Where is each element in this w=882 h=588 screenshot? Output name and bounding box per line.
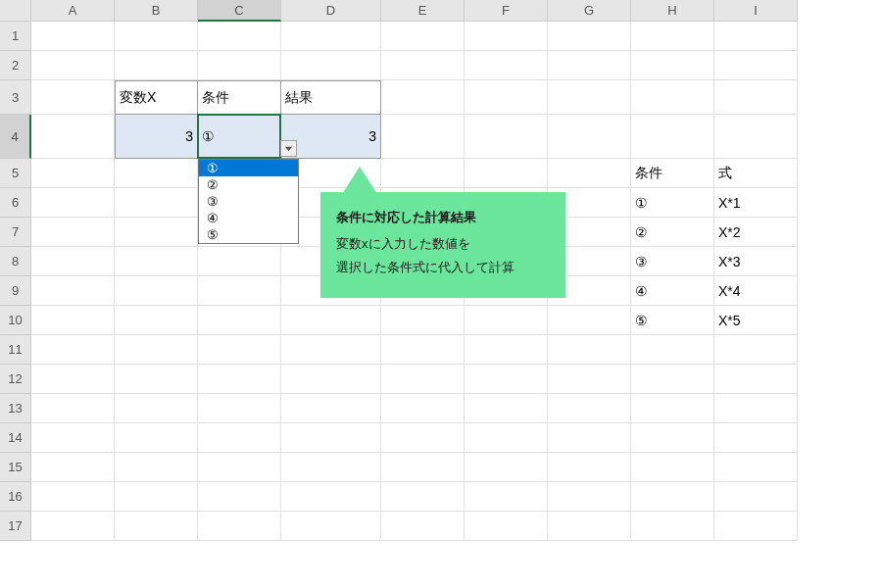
cell-G17[interactable] bbox=[548, 512, 631, 541]
cell-B13[interactable] bbox=[115, 394, 198, 423]
cell-C9[interactable] bbox=[198, 276, 281, 306]
cell-F3[interactable] bbox=[465, 80, 548, 115]
cell-D17[interactable] bbox=[281, 512, 381, 541]
cell-I7[interactable]: X*2 bbox=[714, 218, 798, 247]
cell-I4[interactable] bbox=[714, 115, 798, 159]
dropdown-option-4[interactable]: ④ bbox=[199, 210, 298, 226]
cell-C17[interactable] bbox=[198, 512, 281, 541]
cell-B10[interactable] bbox=[115, 306, 198, 335]
cell-I5[interactable]: 式 bbox=[714, 159, 798, 188]
cell-G15[interactable] bbox=[548, 453, 631, 482]
cell-C2[interactable] bbox=[198, 51, 281, 80]
cell-B16[interactable] bbox=[115, 482, 198, 512]
cell-H13[interactable] bbox=[631, 394, 714, 423]
cell-H12[interactable] bbox=[631, 365, 714, 394]
cell-C4[interactable]: ① bbox=[198, 115, 281, 159]
cell-B12[interactable] bbox=[115, 365, 198, 394]
cell-D10[interactable] bbox=[281, 306, 381, 335]
row-header-6[interactable]: 6 bbox=[0, 188, 31, 218]
dropdown-option-1[interactable]: ① bbox=[199, 160, 298, 176]
row-header-2[interactable]: 2 bbox=[0, 51, 31, 80]
row-header-17[interactable]: 17 bbox=[0, 512, 31, 541]
cell-A1[interactable] bbox=[31, 22, 115, 51]
cell-C15[interactable] bbox=[198, 453, 281, 482]
col-header-C[interactable]: C bbox=[198, 0, 281, 22]
cell-B15[interactable] bbox=[115, 453, 198, 482]
cell-I12[interactable] bbox=[714, 365, 798, 394]
cell-I11[interactable] bbox=[714, 335, 798, 365]
cell-B14[interactable] bbox=[115, 423, 198, 453]
select-all-corner[interactable] bbox=[0, 0, 31, 22]
cell-A8[interactable] bbox=[31, 247, 115, 276]
cell-A4[interactable] bbox=[31, 115, 115, 159]
cell-C12[interactable] bbox=[198, 365, 281, 394]
cell-H14[interactable] bbox=[631, 423, 714, 453]
cell-A2[interactable] bbox=[31, 51, 115, 80]
col-header-G[interactable]: G bbox=[548, 0, 631, 22]
row-header-16[interactable]: 16 bbox=[0, 482, 31, 512]
cell-C11[interactable] bbox=[198, 335, 281, 365]
cell-I6[interactable]: X*1 bbox=[714, 188, 798, 218]
cell-F4[interactable] bbox=[465, 115, 548, 159]
col-header-D[interactable]: D bbox=[281, 0, 381, 22]
cell-A11[interactable] bbox=[31, 335, 115, 365]
cell-B6[interactable] bbox=[115, 188, 198, 218]
cell-A15[interactable] bbox=[31, 453, 115, 482]
col-header-E[interactable]: E bbox=[381, 0, 465, 22]
col-header-I[interactable]: I bbox=[714, 0, 798, 22]
cell-D14[interactable] bbox=[281, 423, 381, 453]
cell-F11[interactable] bbox=[465, 335, 548, 365]
cell-G2[interactable] bbox=[548, 51, 631, 80]
cell-B1[interactable] bbox=[115, 22, 198, 51]
cell-D13[interactable] bbox=[281, 394, 381, 423]
cell-C8[interactable] bbox=[198, 247, 281, 276]
row-header-12[interactable]: 12 bbox=[0, 365, 31, 394]
row-header-11[interactable]: 11 bbox=[0, 335, 31, 365]
cell-A3[interactable] bbox=[31, 80, 115, 115]
row-header-10[interactable]: 10 bbox=[0, 306, 31, 335]
cell-B2[interactable] bbox=[115, 51, 198, 80]
dropdown-option-2[interactable]: ② bbox=[199, 176, 298, 193]
cell-G1[interactable] bbox=[548, 22, 631, 51]
cell-D16[interactable] bbox=[281, 482, 381, 512]
cell-I2[interactable] bbox=[714, 51, 798, 80]
cell-H16[interactable] bbox=[631, 482, 714, 512]
cell-G10[interactable] bbox=[548, 306, 631, 335]
cell-H15[interactable] bbox=[631, 453, 714, 482]
cell-I10[interactable]: X*5 bbox=[714, 306, 798, 335]
cell-F15[interactable] bbox=[465, 453, 548, 482]
row-header-3[interactable]: 3 bbox=[0, 80, 31, 115]
cell-F10[interactable] bbox=[465, 306, 548, 335]
dropdown-list[interactable]: ①②③④⑤ bbox=[198, 159, 299, 244]
col-header-B[interactable]: B bbox=[115, 0, 198, 22]
cell-F1[interactable] bbox=[465, 22, 548, 51]
cell-D3[interactable]: 結果 bbox=[281, 80, 381, 115]
cell-C13[interactable] bbox=[198, 394, 281, 423]
cell-D12[interactable] bbox=[281, 365, 381, 394]
cell-E11[interactable] bbox=[381, 335, 465, 365]
cell-I14[interactable] bbox=[714, 423, 798, 453]
cell-B3[interactable]: 変数X bbox=[115, 80, 198, 115]
col-header-A[interactable]: A bbox=[31, 0, 115, 22]
cell-B4[interactable]: 3 bbox=[115, 115, 198, 159]
row-header-1[interactable]: 1 bbox=[0, 22, 31, 51]
cell-D1[interactable] bbox=[281, 22, 381, 51]
cell-F5[interactable] bbox=[465, 159, 548, 188]
cell-G11[interactable] bbox=[548, 335, 631, 365]
cell-I1[interactable] bbox=[714, 22, 798, 51]
cell-E3[interactable] bbox=[381, 80, 465, 115]
cell-E10[interactable] bbox=[381, 306, 465, 335]
cell-C3[interactable]: 条件 bbox=[198, 80, 281, 115]
dropdown-option-3[interactable]: ③ bbox=[199, 193, 298, 210]
cell-H4[interactable] bbox=[631, 115, 714, 159]
cell-F12[interactable] bbox=[465, 365, 548, 394]
cell-E14[interactable] bbox=[381, 423, 465, 453]
row-header-4[interactable]: 4 bbox=[0, 115, 31, 159]
cell-A16[interactable] bbox=[31, 482, 115, 512]
col-header-H[interactable]: H bbox=[631, 0, 714, 22]
cell-A17[interactable] bbox=[31, 512, 115, 541]
cell-A7[interactable] bbox=[31, 218, 115, 247]
cell-C14[interactable] bbox=[198, 423, 281, 453]
cell-H7[interactable]: ② bbox=[631, 218, 714, 247]
cell-H5[interactable]: 条件 bbox=[631, 159, 714, 188]
